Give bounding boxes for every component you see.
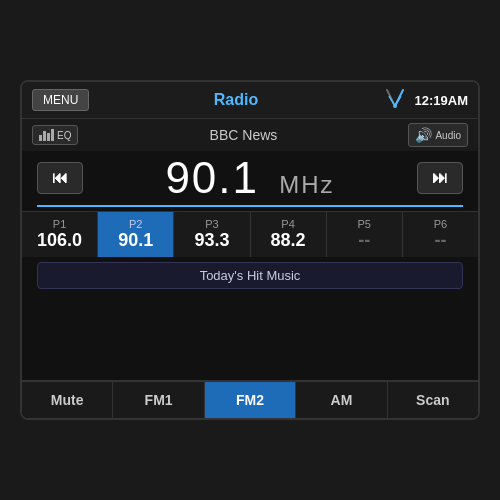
preset-p6-label: P6	[434, 218, 447, 230]
preset-p1-label: P1	[53, 218, 66, 230]
preset-p6-freq: --	[434, 230, 446, 251]
prev-button[interactable]: ⏮	[37, 162, 83, 194]
preset-p4[interactable]: P4 88.2	[251, 212, 327, 257]
scan-button[interactable]: Scan	[388, 382, 478, 418]
page-title: Radio	[89, 91, 382, 109]
frequency-unit: MHz	[279, 171, 334, 198]
mute-button[interactable]: Mute	[22, 382, 113, 418]
frequency-value: 90.1	[165, 153, 259, 202]
preset-p1[interactable]: P1 106.0	[22, 212, 98, 257]
preset-p1-freq: 106.0	[37, 230, 82, 251]
controls-bar: EQ BBC News 🔊 Audio	[22, 119, 478, 151]
eq-button[interactable]: EQ	[32, 125, 78, 145]
preset-p2[interactable]: P2 90.1	[98, 212, 174, 257]
frequency-display: 90.1 MHz	[83, 153, 417, 203]
preset-p2-freq: 90.1	[118, 230, 153, 251]
preset-p5[interactable]: P5 --	[327, 212, 403, 257]
preset-p5-freq: --	[358, 230, 370, 251]
preset-p5-label: P5	[358, 218, 371, 230]
eq-icon	[39, 129, 54, 141]
station-name: BBC News	[78, 127, 408, 143]
presets-row: P1 106.0 P2 90.1 P3 93.3 P4 88.2 P5 -- P…	[22, 211, 478, 257]
preset-p3-label: P3	[205, 218, 218, 230]
eq-label: EQ	[57, 130, 71, 141]
frequency-row: ⏮ 90.1 MHz ⏭	[22, 151, 478, 205]
fm1-button[interactable]: FM1	[113, 382, 204, 418]
preset-p3[interactable]: P3 93.3	[174, 212, 250, 257]
fm2-button[interactable]: FM2	[205, 382, 296, 418]
preset-p4-label: P4	[281, 218, 294, 230]
am-button[interactable]: AM	[296, 382, 387, 418]
station-tag: Today's Hit Music	[37, 262, 463, 289]
next-button[interactable]: ⏭	[417, 162, 463, 194]
speaker-icon: 🔊	[415, 127, 432, 143]
preset-p2-label: P2	[129, 218, 142, 230]
top-bar: MENU Radio 12:19AM	[22, 82, 478, 119]
audio-label: Audio	[435, 130, 461, 141]
audio-button[interactable]: 🔊 Audio	[408, 123, 468, 147]
menu-button[interactable]: MENU	[32, 89, 89, 111]
clock-display: 12:19AM	[415, 93, 468, 108]
antenna-icon	[383, 88, 407, 112]
top-right-controls: 12:19AM	[383, 88, 468, 112]
radio-device: MENU Radio 12:19AM EQ BB	[20, 80, 480, 420]
preset-p6[interactable]: P6 --	[403, 212, 478, 257]
bottom-nav: Mute FM1 FM2 AM Scan	[22, 380, 478, 418]
frequency-underline	[37, 205, 463, 207]
preset-p4-freq: 88.2	[271, 230, 306, 251]
preset-p3-freq: 93.3	[194, 230, 229, 251]
